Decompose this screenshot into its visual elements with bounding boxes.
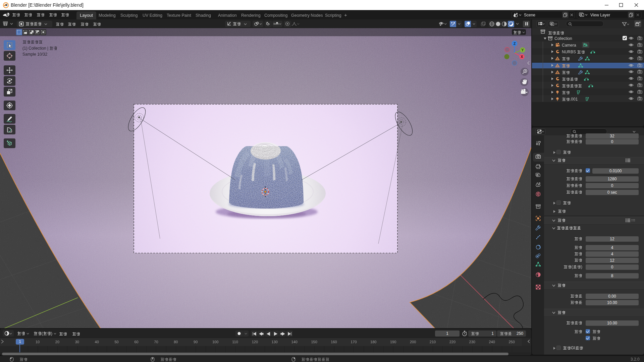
svg-text:Y: Y [521,48,524,52]
svg-text:X: X [521,55,523,59]
svg-text:Z: Z [514,42,516,46]
